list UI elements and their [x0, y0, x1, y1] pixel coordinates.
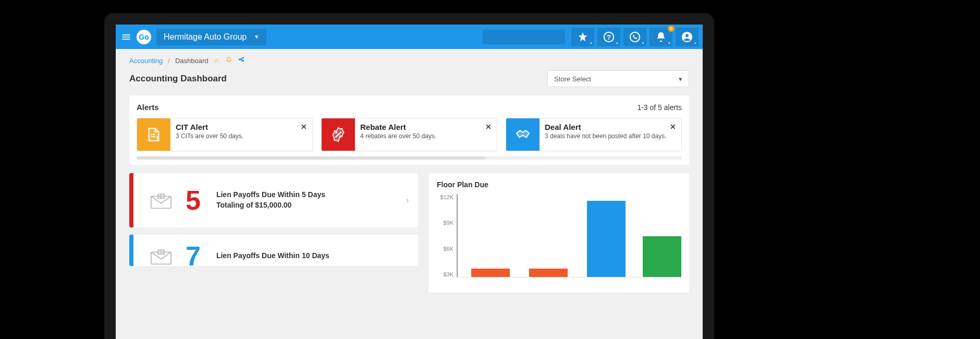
- svg-point-5: [335, 131, 337, 134]
- accent-bar: [129, 173, 133, 227]
- star-action-icon[interactable]: ▾: [571, 28, 594, 46]
- help-icon[interactable]: ? ▾: [597, 28, 620, 46]
- alert-bell-icon[interactable]: [225, 56, 232, 65]
- alerts-scrollbar[interactable]: [137, 156, 682, 160]
- user-icon[interactable]: ▾: [676, 28, 699, 46]
- stat-number: 5: [186, 185, 201, 216]
- breadcrumb-current: Dashboard: [175, 57, 209, 65]
- favorite-icon[interactable]: ☆: [214, 57, 220, 65]
- chart-bar: [587, 201, 626, 277]
- svg-text:$: $: [160, 250, 163, 255]
- phone-icon[interactable]: ▾: [623, 28, 646, 46]
- floor-plan-chart: Floor Plan Due $12K $9K $6K $3K: [428, 173, 689, 293]
- stat-card-5day[interactable]: $ 5 Lien Payoffs Due Within 5 Days Total…: [129, 173, 418, 227]
- document-alert-icon: [137, 118, 170, 151]
- chart-title: Floor Plan Due: [437, 180, 681, 189]
- search-box[interactable]: [483, 30, 565, 44]
- svg-point-4: [685, 34, 689, 37]
- svg-point-6: [339, 136, 341, 138]
- share-icon[interactable]: [238, 56, 245, 65]
- search-input[interactable]: [487, 33, 574, 41]
- stat-text: Lien Payoffs Due Within 10 Days: [216, 251, 409, 261]
- notification-badge: 5: [668, 26, 675, 32]
- page-title: Accounting Dashboard: [129, 74, 227, 84]
- breadcrumb-root[interactable]: Accounting: [129, 57, 163, 65]
- stat-text: Lien Payoffs Due Within 5 Days Totaling …: [216, 190, 406, 210]
- envelope-money-icon: $: [148, 243, 174, 266]
- title-row: Accounting Dashboard Store Select ▾: [116, 70, 703, 95]
- close-icon[interactable]: ✕: [485, 123, 492, 131]
- caret-down-icon: ▾: [679, 75, 682, 83]
- alert-desc: 4 rebates are over 50 days.: [360, 132, 492, 141]
- chart-bar: [471, 269, 510, 277]
- alert-card-cit[interactable]: CIT Alert 3 CITs are over 50 days. ✕: [137, 118, 313, 151]
- alert-desc: 3 CITs are over 50 days.: [176, 132, 307, 141]
- store-select-label: Store Select: [554, 75, 591, 83]
- breadcrumb: Accounting / Dashboard ☆: [116, 49, 703, 70]
- menu-button[interactable]: [121, 32, 131, 42]
- top-icons: ▾ ? ▾ ▾ 5 ▾ ▾: [571, 28, 699, 46]
- alerts-panel: Alerts 1-3 of 5 alerts CIT Alert 3 CITs …: [129, 95, 689, 165]
- alert-card-rebate[interactable]: Rebate Alert 4 rebates are over 50 days.…: [321, 118, 497, 151]
- svg-point-2: [630, 32, 640, 41]
- y-axis: $12K $9K $6K $3K: [437, 194, 457, 277]
- chevron-right-icon: ›: [406, 196, 409, 205]
- chart-bar: [529, 269, 568, 277]
- org-selector[interactable]: Hermitage Auto Group ▼: [156, 29, 266, 45]
- alerts-label: Alerts: [137, 103, 159, 112]
- store-select[interactable]: Store Select ▾: [547, 70, 689, 87]
- alert-title: Deal Alert: [545, 123, 676, 131]
- svg-text:?: ?: [607, 33, 611, 41]
- logo: Go: [137, 30, 151, 44]
- alerts-count: 1-3 of 5 alerts: [637, 103, 682, 112]
- handshake-icon: [506, 118, 540, 151]
- notifications-icon[interactable]: 5 ▾: [650, 28, 672, 46]
- alert-cards: CIT Alert 3 CITs are over 50 days. ✕ Reb…: [137, 118, 682, 151]
- accent-bar: [129, 235, 133, 266]
- alert-title: Rebate Alert: [360, 123, 492, 131]
- alert-title: CIT Alert: [176, 123, 307, 131]
- stat-card-10day[interactable]: $ 7 Lien Payoffs Due Within 10 Days: [129, 235, 418, 266]
- envelope-money-icon: $: [148, 187, 174, 213]
- percent-badge-icon: [322, 118, 355, 151]
- chart-plot: [457, 194, 681, 277]
- caret-down-icon: ▼: [254, 34, 259, 40]
- stat-number: 7: [186, 240, 201, 266]
- topbar: Go Hermitage Auto Group ▼ ▾ ? ▾ ▾: [116, 25, 703, 49]
- svg-text:$: $: [160, 194, 163, 199]
- chart-bar: [643, 236, 681, 277]
- close-icon[interactable]: ✕: [670, 123, 676, 131]
- close-icon[interactable]: ✕: [301, 123, 307, 131]
- breadcrumb-sep: /: [168, 57, 170, 65]
- scrollbar-thumb[interactable]: [137, 156, 485, 160]
- alert-desc: 3 deals have not been posted after 10 da…: [545, 132, 676, 141]
- org-name: Hermitage Auto Group: [164, 32, 247, 42]
- alert-card-deal[interactable]: Deal Alert 3 deals have not been posted …: [506, 118, 682, 151]
